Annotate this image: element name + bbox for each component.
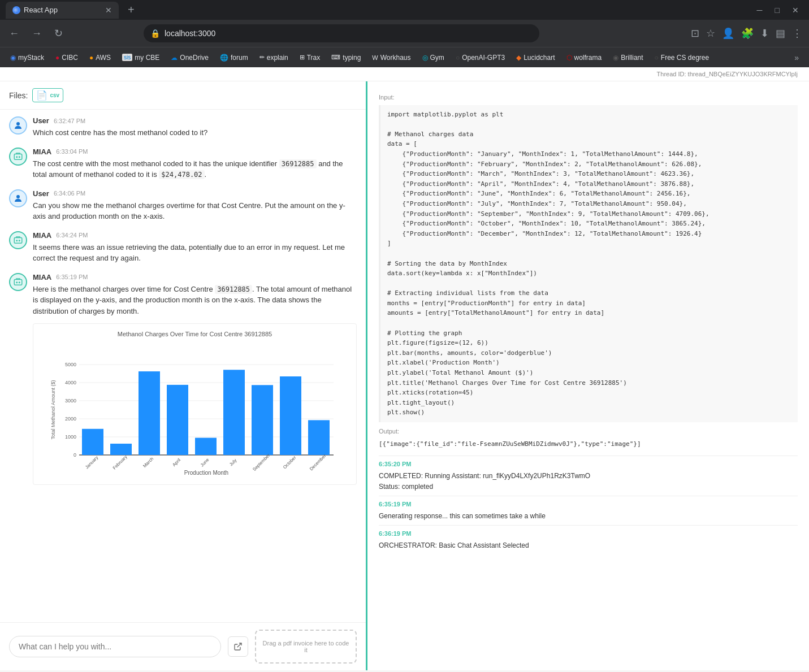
bookmark-freecs[interactable]: ○ Free CS degree — [650, 51, 714, 64]
message-content-3: User 6:34:06 PM Can you show me the meth… — [33, 189, 357, 222]
bookmark-label: CIBC — [62, 54, 78, 62]
files-label: Files: — [9, 91, 28, 100]
csv-label: csv — [50, 92, 59, 98]
svg-text:2000: 2000 — [64, 416, 76, 422]
bookmark-mystack[interactable]: ◉ myStack — [6, 51, 49, 64]
back-btn[interactable]: ← — [5, 25, 24, 42]
bar-july — [223, 370, 245, 455]
message-3: User 6:34:06 PM Can you show me the meth… — [9, 189, 357, 222]
bookmark-trax[interactable]: ⊞ Trax — [295, 51, 325, 64]
message-content-5: MIAA 6:35:19 PM Here is the methanol cha… — [33, 273, 357, 485]
bookmark-brilliant[interactable]: ◉ Brilliant — [608, 51, 647, 64]
refresh-btn[interactable]: ↻ — [50, 25, 67, 42]
bookmark-openai[interactable]: ○ OpenAI-GPT3 — [451, 51, 509, 64]
message-header-5: MIAA 6:35:19 PM — [33, 273, 357, 281]
maximize-btn[interactable]: □ — [771, 3, 784, 17]
bar-june — [195, 438, 217, 455]
svg-point-10 — [19, 282, 20, 283]
bookmark-label: myStack — [18, 54, 44, 62]
tab-close-btn[interactable]: ✕ — [105, 6, 112, 15]
forum-icon: 🌐 — [220, 54, 228, 62]
log-entry-3: 6:36:19 PM ORCHESTRATOR: Basic Chat Assi… — [379, 525, 798, 554]
bookmark-gym[interactable]: ◎ Gym — [418, 51, 449, 64]
message-time-5: 6:35:19 PM — [56, 274, 88, 280]
bookmark-star-icon[interactable]: ☆ — [704, 25, 717, 42]
pdf-drop-zone[interactable]: Drag a pdf invoice here to code it — [255, 630, 357, 664]
bookmark-aws[interactable]: ● AWS — [85, 51, 115, 64]
chart-title: Methanol Charges Over Time for Cost Cent… — [40, 331, 349, 337]
svg-point-7 — [19, 240, 20, 241]
address-bar[interactable]: 🔒 localhost:3000 — [144, 24, 539, 42]
browser-tab[interactable]: ⚛ React App ✕ — [6, 2, 119, 19]
message-text-5: Here is the methanol charges over time f… — [33, 284, 357, 317]
message-1: User 6:32:47 PM Which cost centre has th… — [9, 116, 357, 138]
cast-icon[interactable]: ⊡ — [689, 25, 702, 42]
bookmark-wolframa[interactable]: ⬡ wolframa — [562, 51, 607, 64]
lock-icon: 🔒 — [150, 29, 160, 38]
message-header-1: User 6:32:47 PM — [33, 116, 357, 125]
bookmark-cibc[interactable]: ● CIBC — [51, 51, 83, 64]
bookmark-onedrive[interactable]: ☁ OneDrive — [166, 51, 213, 64]
svg-text:4000: 4000 — [64, 380, 76, 385]
bar-chart: Total Methanol Amount ($) 0 1000 — [48, 342, 342, 478]
input-label: Input: — [379, 93, 798, 103]
bookmark-label: Gym — [430, 54, 444, 62]
bar-february — [110, 444, 132, 455]
address-text: localhost:3000 — [165, 29, 215, 38]
svg-text:February: February — [111, 454, 128, 471]
bookmark-mycbe[interactable]: sis my CBE — [118, 51, 164, 64]
bookmark-explain[interactable]: ✏ explain — [255, 51, 293, 64]
bookmark-label: wolframa — [574, 54, 602, 62]
log-time-1: 6:35:20 PM — [379, 459, 798, 470]
log-time-2: 6:35:19 PM — [379, 500, 798, 510]
forward-btn[interactable]: → — [27, 25, 46, 42]
bookmark-workhaus[interactable]: W Workhaus — [367, 51, 415, 64]
brilliant-icon: ◉ — [613, 54, 618, 62]
message-author-2: MIAA — [33, 148, 51, 156]
bar-april — [167, 385, 188, 455]
message-author-5: MIAA — [33, 273, 51, 281]
left-panel: Files: 📄 csv User 6:32:47 PM Which cost … — [0, 81, 367, 670]
new-tab-btn[interactable]: + — [123, 3, 139, 16]
message-header-2: MIAA 6:33:04 PM — [33, 148, 357, 156]
svg-text:3000: 3000 — [64, 398, 76, 404]
message-content-1: User 6:32:47 PM Which cost centre has th… — [33, 116, 357, 138]
download-icon[interactable]: ⬇ — [758, 25, 771, 42]
cibc-icon: ● — [55, 54, 59, 62]
trax-icon: ⊞ — [300, 54, 305, 61]
miaa-avatar-5 — [9, 273, 27, 291]
tab-title: React App — [24, 6, 58, 14]
bookmarks-more-btn[interactable]: » — [790, 51, 803, 64]
window-close-btn[interactable]: ✕ — [788, 3, 803, 17]
bookmark-label: forum — [231, 54, 248, 62]
log-generating: Generating response... this can sometime… — [379, 511, 798, 522]
bar-october — [280, 376, 301, 455]
svg-line-35 — [237, 643, 241, 647]
csv-file-badge[interactable]: 📄 csv — [32, 88, 63, 102]
sidebar-icon[interactable]: ▤ — [773, 25, 788, 42]
files-section: Files: 📄 csv — [0, 81, 366, 110]
message-text-4: It seems there was an issue retrieving t… — [33, 242, 357, 264]
input-area: Drag a pdf invoice here to code it — [0, 622, 366, 670]
main-layout: Files: 📄 csv User 6:32:47 PM Which cost … — [0, 81, 809, 670]
svg-rect-1 — [14, 154, 22, 159]
wolframa-icon: ⬡ — [566, 54, 572, 62]
freecs-icon: ○ — [655, 54, 659, 62]
extensions-icon[interactable]: 🧩 — [739, 25, 756, 42]
minimize-btn[interactable]: ─ — [752, 3, 767, 17]
message-author-1: User — [33, 116, 49, 125]
log-completed: COMPLETED: Running Assistant: run_flKyyD… — [379, 471, 798, 482]
bookmark-typing[interactable]: ⌨ typing — [327, 51, 365, 64]
message-author-4: MIAA — [33, 231, 51, 240]
log-time-3: 6:36:19 PM — [379, 529, 798, 539]
bookmark-label: OpenAI-GPT3 — [462, 54, 505, 62]
profile-icon[interactable]: 👤 — [720, 25, 737, 42]
chat-input[interactable] — [9, 636, 221, 657]
send-btn[interactable] — [228, 636, 248, 657]
openai-icon: ○ — [456, 54, 460, 62]
bookmark-lucidchart[interactable]: ◆ Lucidchart — [512, 51, 559, 64]
svg-text:June: June — [199, 457, 210, 468]
svg-text:March: March — [142, 456, 154, 469]
bookmark-forum[interactable]: 🌐 forum — [215, 51, 253, 64]
more-icon[interactable]: ⋮ — [790, 25, 804, 42]
